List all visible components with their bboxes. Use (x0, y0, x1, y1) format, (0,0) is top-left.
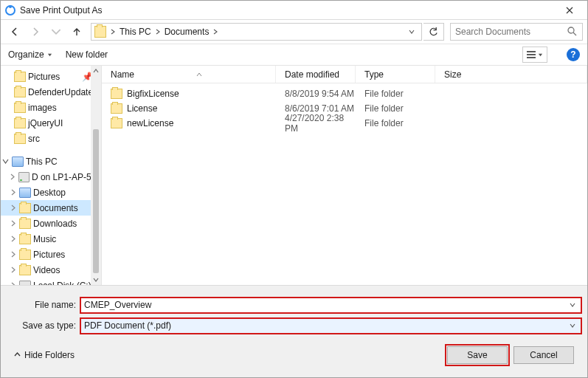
body: Pictures📌DefenderUpdateimagesjQueryUIsrc… (1, 66, 587, 285)
cancel-button-label: Cancel (530, 350, 557, 360)
chevron-right-icon (110, 29, 116, 35)
recent-dropdown-button[interactable] (46, 22, 66, 41)
tree-node[interactable]: Downloads (1, 216, 101, 231)
folder-icon (14, 134, 26, 144)
lower-panel: File name: Save as type: PDF Document (*… (1, 285, 587, 377)
breadcrumb-chevron[interactable] (212, 29, 219, 35)
chevron-up-icon (14, 351, 21, 358)
chevron-right-icon (212, 29, 218, 35)
column-size[interactable]: Size (435, 66, 587, 83)
drive-icon (19, 281, 31, 286)
breadcrumb-this-pc[interactable]: This PC (117, 27, 154, 37)
scroll-down-button[interactable] (91, 275, 101, 285)
chevron-down-icon (93, 277, 99, 283)
search-box[interactable] (450, 23, 583, 41)
search-icon[interactable] (567, 27, 578, 37)
hide-folders-button[interactable]: Hide Folders (14, 350, 75, 360)
column-type[interactable]: Type (356, 66, 435, 83)
view-options-button[interactable] (522, 47, 547, 63)
expand-toggle[interactable] (8, 267, 17, 273)
expand-toggle[interactable] (8, 189, 17, 196)
chevron-up-icon (93, 68, 99, 74)
tree-node[interactable]: Documents (1, 200, 101, 216)
file-list: Name Date modified Type Size BigfixLicen… (101, 66, 587, 285)
expand-toggle[interactable] (8, 282, 17, 285)
tree-label: jQueryUI (28, 118, 63, 128)
expand-toggle[interactable] (8, 220, 17, 227)
address-dropdown-button[interactable] (405, 29, 418, 35)
breadcrumb-documents[interactable]: Documents (162, 27, 212, 37)
file-type: File folder (356, 103, 435, 114)
pc-icon (12, 157, 24, 167)
refresh-button[interactable] (423, 23, 444, 41)
column-name[interactable]: Name (102, 66, 276, 83)
file-name: BigfixLicense (127, 89, 179, 99)
cancel-button[interactable]: Cancel (513, 346, 574, 364)
tree-node[interactable]: Local Disk (C:) (1, 278, 101, 285)
folder-icon (14, 118, 26, 128)
refresh-icon (429, 27, 438, 37)
new-folder-label: New folder (66, 49, 108, 60)
file-date: 8/8/2019 9:54 AM (276, 89, 356, 99)
expand-toggle[interactable] (8, 251, 17, 258)
tree-node[interactable]: Pictures📌 (1, 69, 101, 84)
expand-toggle[interactable] (8, 173, 16, 180)
tree-label: images (28, 103, 57, 113)
saveastype-combo[interactable]: PDF Document (*.pdf) (80, 318, 581, 334)
tree-node[interactable]: Music (1, 231, 101, 247)
breadcrumb-chevron[interactable] (154, 29, 162, 35)
tree-node[interactable]: jQueryUI (1, 115, 101, 131)
expand-toggle[interactable] (8, 205, 17, 211)
filename-input[interactable] (84, 300, 567, 310)
folder-tree[interactable]: Pictures📌DefenderUpdateimagesjQueryUIsrc… (1, 66, 101, 285)
tree-node[interactable]: images (1, 100, 101, 115)
folder-icon (19, 219, 31, 229)
search-input[interactable] (455, 27, 567, 37)
chevron-right-icon (10, 282, 16, 285)
chevron-right-icon (10, 189, 16, 196)
new-folder-button[interactable]: New folder (66, 49, 108, 60)
scroll-thumb[interactable] (93, 129, 99, 273)
tree-node-this-pc[interactable]: This PC (1, 154, 101, 169)
tree-scrollbar[interactable] (91, 66, 101, 285)
tree-label: DefenderUpdate (28, 87, 93, 97)
save-button[interactable]: Save (447, 346, 508, 364)
toolbar: Organize New folder ? (1, 44, 587, 66)
file-row[interactable]: BigfixLicense8/8/2019 9:54 AMFile folder (102, 86, 587, 101)
organize-menu[interactable]: Organize (8, 49, 52, 60)
file-type: File folder (356, 118, 435, 128)
filename-dropdown-button[interactable] (567, 302, 578, 308)
tree-node[interactable]: D on LP1-AP-518 (1, 169, 101, 185)
help-button[interactable]: ? (567, 48, 580, 61)
breadcrumb-chevron[interactable] (109, 29, 117, 35)
arrow-up-icon (72, 27, 82, 37)
tree-node[interactable]: Desktop (1, 185, 101, 200)
back-button[interactable] (5, 22, 24, 41)
column-size-label: Size (444, 69, 461, 80)
saveastype-dropdown-button[interactable] (567, 323, 578, 329)
tree-label: This PC (26, 157, 58, 167)
file-row[interactable]: newLicense4/27/2020 2:38 PMFile folder (102, 116, 587, 131)
chevron-right-icon (10, 205, 16, 211)
tree-node[interactable]: DefenderUpdate (1, 84, 101, 100)
filename-row: File name: (7, 296, 581, 314)
address-bar[interactable]: This PC Documents (91, 23, 422, 41)
tree-label: Documents (33, 203, 78, 213)
chevron-down-icon (47, 52, 52, 58)
filename-combo[interactable] (80, 298, 581, 313)
scroll-up-button[interactable] (91, 66, 101, 76)
drive-icon (18, 172, 30, 182)
column-date[interactable]: Date modified (276, 66, 356, 83)
up-button[interactable] (67, 22, 86, 41)
app-icon (5, 5, 15, 16)
tree-node[interactable]: src (1, 131, 101, 146)
close-button[interactable] (556, 1, 583, 20)
sort-asc-icon (196, 72, 202, 78)
column-headers: Name Date modified Type Size (102, 66, 587, 83)
filename-label: File name: (7, 300, 80, 310)
tree-node[interactable]: Pictures (1, 247, 101, 262)
expand-toggle[interactable] (8, 236, 17, 242)
tree-node[interactable]: Videos (1, 262, 101, 278)
file-date: 8/6/2019 7:01 AM (276, 103, 356, 114)
chevron-down-icon (570, 302, 575, 308)
